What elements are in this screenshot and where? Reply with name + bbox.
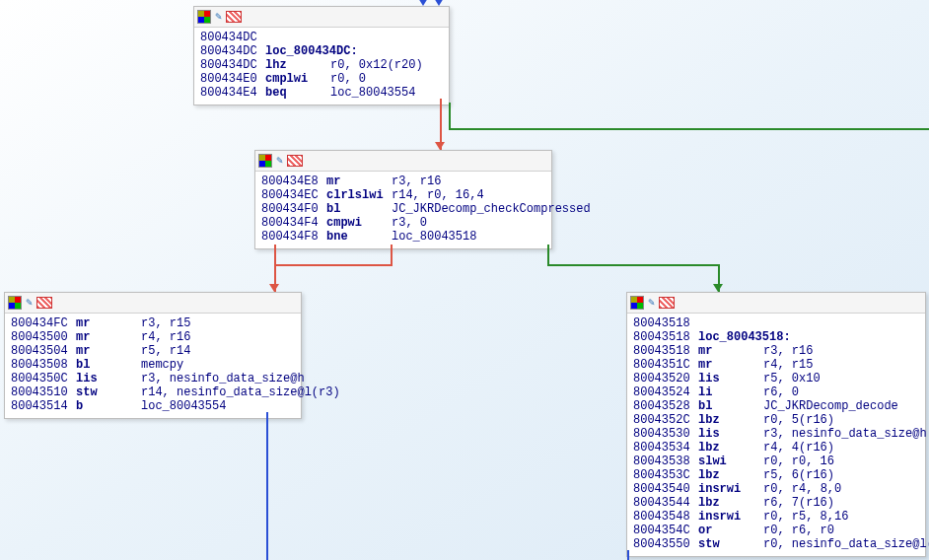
node-block2[interactable]: ✎ 800434E8mrr3, r16800434ECclrlslwir14, … bbox=[254, 150, 552, 249]
node-titlebar: ✎ bbox=[255, 151, 551, 172]
brush-icon: ✎ bbox=[215, 12, 222, 23]
palette-icon bbox=[258, 154, 272, 168]
chart-icon bbox=[659, 297, 675, 309]
disasm-block: 800434DC800434DCloc_800434DC:800434DClhz… bbox=[194, 28, 449, 105]
palette-icon bbox=[630, 296, 644, 310]
node-titlebar: ✎ bbox=[5, 293, 301, 314]
edge-red bbox=[274, 264, 393, 266]
disasm-block: 8004351880043518loc_80043518:80043518mrr… bbox=[627, 314, 925, 556]
brush-icon: ✎ bbox=[276, 156, 283, 167]
node-block4[interactable]: ✎ 8004351880043518loc_80043518:80043518m… bbox=[626, 292, 926, 557]
node-block1[interactable]: ✎ 800434DC800434DCloc_800434DC:800434DCl… bbox=[193, 6, 450, 105]
palette-icon bbox=[197, 10, 211, 24]
brush-icon: ✎ bbox=[26, 298, 33, 309]
node-block3[interactable]: ✎ 800434FCmrr3, r1580043500mrr4, r168004… bbox=[4, 292, 302, 419]
node-titlebar: ✎ bbox=[627, 293, 925, 314]
edge-green bbox=[449, 128, 929, 130]
chart-icon bbox=[226, 11, 242, 23]
edge-blue bbox=[627, 550, 629, 560]
edge-red bbox=[391, 245, 393, 266]
chart-icon bbox=[287, 155, 303, 167]
brush-icon: ✎ bbox=[648, 298, 655, 309]
edge-arrow-icon bbox=[269, 284, 279, 292]
edge-arrow-icon bbox=[435, 142, 445, 150]
edge-green bbox=[547, 245, 549, 266]
disasm-block: 800434E8mrr3, r16800434ECclrlslwir14, r0… bbox=[255, 172, 551, 248]
node-titlebar: ✎ bbox=[194, 7, 449, 28]
edge-green bbox=[449, 103, 451, 128]
edge-arrow-icon bbox=[713, 284, 723, 292]
palette-icon bbox=[8, 296, 22, 310]
edge-green bbox=[547, 264, 720, 266]
chart-icon bbox=[36, 297, 52, 309]
edge-blue bbox=[266, 412, 268, 560]
disasm-block: 800434FCmrr3, r1580043500mrr4, r16800435… bbox=[5, 314, 301, 418]
